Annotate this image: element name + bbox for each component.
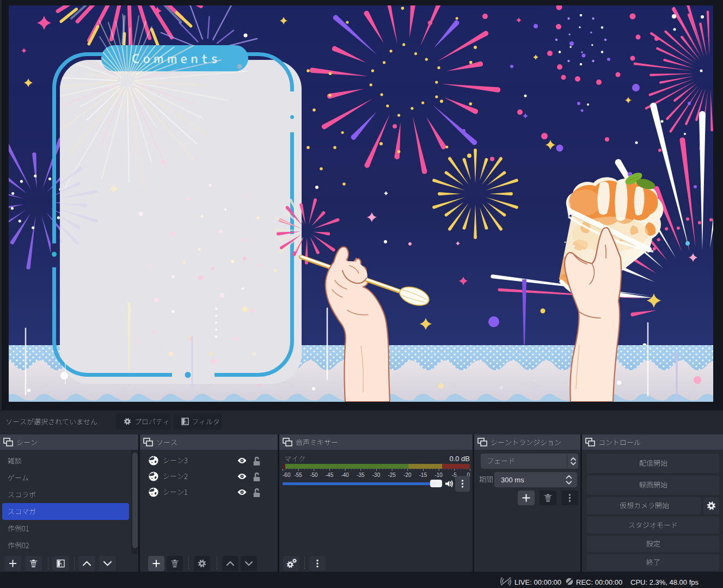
svg-text:-45: -45	[326, 472, 334, 478]
svg-text:-60: -60	[283, 472, 291, 478]
svg-text:-25: -25	[388, 472, 396, 478]
svg-text:-55: -55	[294, 472, 302, 478]
svg-text:-35: -35	[357, 472, 365, 478]
svg-text:-40: -40	[341, 472, 349, 478]
svg-text:-20: -20	[403, 472, 412, 478]
svg-text:-50: -50	[310, 472, 318, 478]
svg-text:-15: -15	[419, 472, 427, 478]
svg-text:-30: -30	[372, 472, 381, 478]
svg-text:-10: -10	[434, 472, 443, 478]
